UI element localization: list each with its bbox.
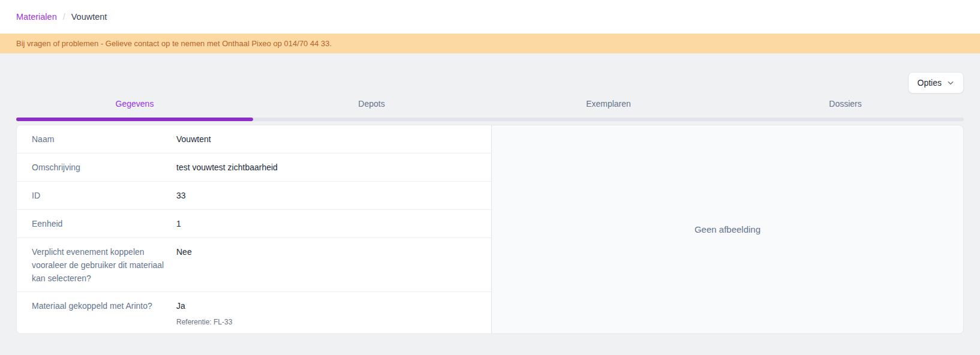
image-placeholder-text: Geen afbeelding — [695, 224, 760, 234]
row-label: ID — [32, 189, 176, 202]
table-row: Verplicht evenement koppelen vooraleer d… — [17, 238, 491, 293]
tab-label: Exemplaren — [490, 98, 727, 118]
row-value: 1 — [176, 217, 482, 230]
breadcrumb-current: Vouwtent — [71, 12, 107, 22]
table-row: Eenheid 1 — [17, 210, 491, 238]
main-content: Opties Gegevens Depots Exemplaren Dossie… — [0, 53, 980, 355]
breadcrumb-link-materialen[interactable]: Materialen — [16, 12, 57, 22]
tab-gegevens[interactable]: Gegevens — [16, 98, 253, 121]
row-label: Omschrijving — [32, 161, 176, 174]
row-value: Nee — [176, 245, 482, 258]
image-panel: Geen afbeelding — [492, 125, 963, 333]
tab-label: Gegevens — [16, 98, 253, 118]
options-button-label: Opties — [918, 78, 942, 88]
row-value: test vouwtest zichtbaarheid — [176, 161, 482, 174]
chevron-down-icon — [947, 79, 954, 86]
notice-banner: Bij vragen of problemen - Gelieve contac… — [0, 34, 980, 53]
tab-label: Depots — [253, 98, 490, 118]
row-label: Naam — [32, 133, 176, 146]
table-row: Materiaal gekoppeld met Arinto? Ja Refer… — [17, 292, 491, 333]
table-row: ID 33 — [17, 182, 491, 210]
row-value: Ja — [176, 299, 482, 312]
row-label: Materiaal gekoppeld met Arinto? — [32, 299, 176, 312]
breadcrumb-separator: / — [63, 12, 65, 22]
row-label: Eenheid — [32, 217, 176, 230]
header-bar: Materialen / Vouwtent — [0, 0, 980, 34]
tab-underline — [727, 118, 964, 121]
tab-underline — [253, 118, 490, 121]
tab-exemplaren[interactable]: Exemplaren — [490, 98, 727, 121]
row-value: 33 — [176, 189, 482, 202]
row-value: Vouwtent — [176, 133, 482, 146]
tab-depots[interactable]: Depots — [253, 98, 490, 121]
tab-underline — [16, 118, 253, 121]
detail-card: Naam Vouwtent Omschrijving test vouwtest… — [16, 125, 964, 334]
toolbar-row: Opties — [16, 53, 964, 94]
breadcrumb: Materialen / Vouwtent — [16, 12, 107, 22]
tab-label: Dossiers — [727, 98, 964, 118]
tab-dossiers[interactable]: Dossiers — [727, 98, 964, 121]
table-row: Omschrijving test vouwtest zichtbaarheid — [17, 154, 491, 182]
notice-banner-text: Bij vragen of problemen - Gelieve contac… — [16, 39, 332, 48]
row-subvalue: Referentie: FL-33 — [176, 318, 482, 326]
tab-bar: Gegevens Depots Exemplaren Dossiers — [16, 98, 964, 121]
row-label: Verplicht evenement koppelen vooraleer d… — [32, 245, 176, 285]
options-button[interactable]: Opties — [908, 72, 964, 94]
tab-underline — [490, 118, 727, 121]
details-table: Naam Vouwtent Omschrijving test vouwtest… — [17, 125, 492, 333]
table-row: Naam Vouwtent — [17, 125, 491, 154]
